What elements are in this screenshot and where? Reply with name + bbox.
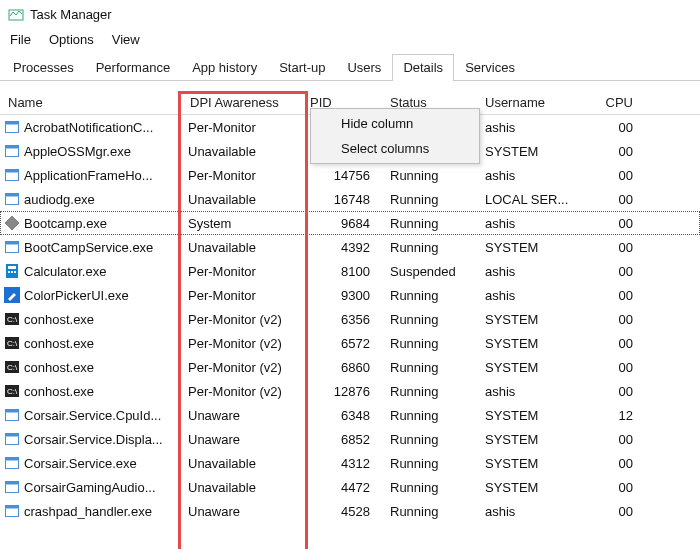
cell-pid: 9300 — [310, 288, 390, 303]
table-row[interactable]: Bootcamp.exeSystem9684Runningashis00 — [0, 211, 700, 235]
titlebar: Task Manager — [0, 0, 700, 28]
svg-rect-31 — [6, 458, 19, 461]
cell-pid: 6572 — [310, 336, 390, 351]
menu-item-hide-column[interactable]: Hide column — [313, 111, 477, 136]
cell-status: Running — [390, 168, 485, 183]
table-row[interactable]: ColorPickerUI.exePer-Monitor9300Runninga… — [0, 283, 700, 307]
table-row[interactable]: C:\conhost.exePer-Monitor (v2)6572Runnin… — [0, 331, 700, 355]
process-icon — [4, 263, 20, 279]
tabstrip: Processes Performance App history Start-… — [0, 53, 700, 81]
process-icon: C:\ — [4, 311, 20, 327]
cell-dpi: Unaware — [180, 432, 310, 447]
table-row[interactable]: CorsairGamingAudio...Unavailable4472Runn… — [0, 475, 700, 499]
process-name: CorsairGamingAudio... — [24, 480, 156, 495]
cell-user: ashis — [485, 264, 590, 279]
window-title: Task Manager — [30, 7, 112, 22]
process-icon — [4, 215, 20, 231]
table-row[interactable]: Corsair.Service.exeUnavailable4312Runnin… — [0, 451, 700, 475]
column-header-cpu[interactable]: CPU — [590, 95, 645, 110]
cell-pid: 6852 — [310, 432, 390, 447]
process-name: Corsair.Service.exe — [24, 456, 137, 471]
cell-status: Running — [390, 408, 485, 423]
cell-cpu: 00 — [590, 384, 645, 399]
process-icon: C:\ — [4, 335, 20, 351]
tab-performance[interactable]: Performance — [85, 54, 181, 81]
cell-dpi: Per-Monitor — [180, 264, 310, 279]
cell-user: ashis — [485, 120, 590, 135]
process-icon — [4, 287, 20, 303]
cell-user: ashis — [485, 168, 590, 183]
svg-rect-16 — [14, 271, 16, 273]
process-name: ApplicationFrameHo... — [24, 168, 153, 183]
cell-dpi: Per-Monitor — [180, 168, 310, 183]
process-name: BootCampService.exe — [24, 240, 153, 255]
cell-status: Running — [390, 504, 485, 519]
cell-user: SYSTEM — [485, 312, 590, 327]
cell-user: SYSTEM — [485, 408, 590, 423]
svg-rect-4 — [6, 146, 19, 149]
table-row[interactable]: C:\conhost.exePer-Monitor (v2)6356Runnin… — [0, 307, 700, 331]
process-icon — [4, 407, 20, 423]
tab-users[interactable]: Users — [336, 54, 392, 81]
cell-user: SYSTEM — [485, 144, 590, 159]
column-header-dpi[interactable]: DPI Awareness — [180, 95, 310, 110]
cell-cpu: 00 — [590, 480, 645, 495]
cell-dpi: Unavailable — [180, 144, 310, 159]
process-icon: C:\ — [4, 383, 20, 399]
cell-dpi: Per-Monitor (v2) — [180, 360, 310, 375]
menu-options[interactable]: Options — [49, 32, 94, 47]
cell-pid: 4312 — [310, 456, 390, 471]
process-icon — [4, 239, 20, 255]
table-row[interactable]: crashpad_handler.exeUnaware4528Runningas… — [0, 499, 700, 523]
svg-rect-27 — [6, 410, 19, 413]
svg-text:C:\: C:\ — [7, 315, 18, 324]
svg-rect-33 — [6, 482, 19, 485]
tab-start-up[interactable]: Start-up — [268, 54, 336, 81]
svg-rect-14 — [8, 271, 10, 273]
cell-status: Running — [390, 288, 485, 303]
svg-rect-2 — [6, 122, 19, 125]
cell-cpu: 00 — [590, 336, 645, 351]
table-row[interactable]: C:\conhost.exePer-Monitor (v2)6860Runnin… — [0, 355, 700, 379]
menu-view[interactable]: View — [112, 32, 140, 47]
table-row[interactable]: audiodg.exeUnavailable16748RunningLOCAL … — [0, 187, 700, 211]
menu-item-select-columns[interactable]: Select columns — [313, 136, 477, 161]
cell-status: Running — [390, 456, 485, 471]
cell-dpi: System — [180, 216, 310, 231]
cell-pid: 4528 — [310, 504, 390, 519]
process-name: audiodg.exe — [24, 192, 95, 207]
column-header-username[interactable]: Username — [485, 95, 590, 110]
cell-user: SYSTEM — [485, 240, 590, 255]
table-row[interactable]: C:\conhost.exePer-Monitor (v2)12876Runni… — [0, 379, 700, 403]
column-header-name[interactable]: Name — [0, 95, 180, 110]
table-row[interactable]: Calculator.exePer-Monitor8100Suspendedas… — [0, 259, 700, 283]
tab-services[interactable]: Services — [454, 54, 526, 81]
svg-rect-13 — [8, 266, 16, 269]
app-icon — [8, 6, 24, 22]
cell-user: ashis — [485, 216, 590, 231]
cell-pid: 9684 — [310, 216, 390, 231]
cell-pid: 4472 — [310, 480, 390, 495]
cell-pid: 6356 — [310, 312, 390, 327]
tab-processes[interactable]: Processes — [2, 54, 85, 81]
cell-user: SYSTEM — [485, 336, 590, 351]
cell-status: Running — [390, 312, 485, 327]
table-row[interactable]: ApplicationFrameHo...Per-Monitor14756Run… — [0, 163, 700, 187]
table-row[interactable]: Corsair.Service.Displa...Unaware6852Runn… — [0, 427, 700, 451]
process-icon — [4, 431, 20, 447]
cell-cpu: 00 — [590, 192, 645, 207]
tab-app-history[interactable]: App history — [181, 54, 268, 81]
svg-rect-6 — [6, 170, 19, 173]
cell-user: LOCAL SER... — [485, 192, 590, 207]
cell-pid: 8100 — [310, 264, 390, 279]
menu-file[interactable]: File — [10, 32, 31, 47]
cell-dpi: Per-Monitor (v2) — [180, 312, 310, 327]
cell-pid: 14756 — [310, 168, 390, 183]
tab-details[interactable]: Details — [392, 54, 454, 81]
process-name: crashpad_handler.exe — [24, 504, 152, 519]
cell-user: SYSTEM — [485, 456, 590, 471]
cell-dpi: Unaware — [180, 408, 310, 423]
cell-cpu: 00 — [590, 360, 645, 375]
table-row[interactable]: BootCampService.exeUnavailable4392Runnin… — [0, 235, 700, 259]
table-row[interactable]: Corsair.Service.CpuId...Unaware6348Runni… — [0, 403, 700, 427]
